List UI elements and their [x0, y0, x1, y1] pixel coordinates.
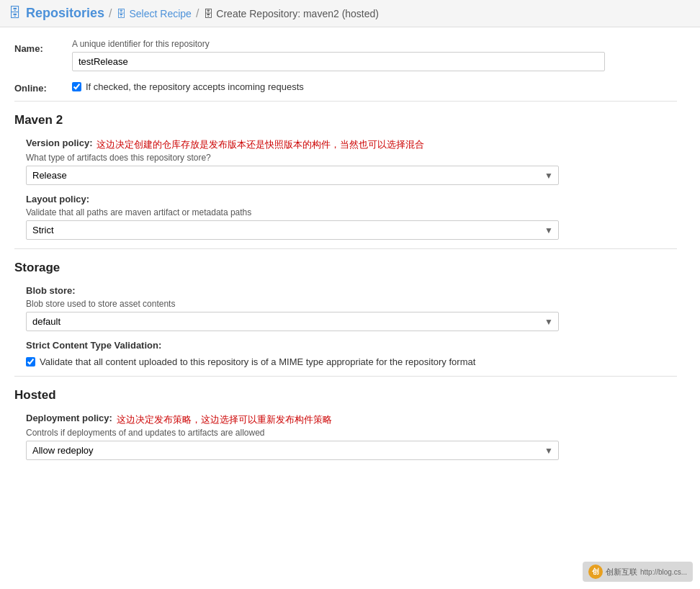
online-content: If checked, the repository accepts incom…	[72, 78, 677, 92]
strict-validation-hint: Validate that all content uploaded to th…	[40, 356, 475, 367]
online-checkbox[interactable]	[72, 82, 81, 91]
strict-validation-checkbox[interactable]	[26, 357, 35, 367]
deployment-policy-annotation: 这边决定发布策略，这边选择可以重新发布构件策略	[117, 413, 332, 426]
deployment-policy-block: Deployment policy: 这边决定发布策略，这边选择可以重新发布构件…	[26, 413, 677, 460]
divider-2	[14, 248, 677, 249]
repositories-title[interactable]: Repositories	[26, 6, 104, 21]
select-recipe-icon: 🗄	[116, 8, 126, 19]
online-row: Online: If checked, the repository accep…	[14, 78, 677, 94]
version-policy-label: Version policy:	[26, 138, 92, 148]
strict-validation-checkbox-row: Validate that all content uploaded to th…	[26, 354, 677, 367]
deployment-policy-label: Deployment policy:	[26, 413, 112, 423]
blob-store-label: Blob store:	[26, 285, 677, 296]
online-label: Online:	[14, 78, 72, 94]
name-row: Name: A unique identifier for this repos…	[14, 39, 677, 71]
deployment-policy-hint: Controls if deployments of and updates t…	[26, 428, 677, 438]
layout-policy-hint: Validate that all paths are maven artifa…	[26, 207, 677, 217]
version-policy-label-row: Version policy: 这边决定创建的仓库存放是发布版本还是快照版本的构…	[26, 138, 677, 151]
name-hint: A unique identifier for this repository	[72, 39, 677, 49]
layout-policy-select[interactable]: Strict Permissive	[26, 220, 559, 240]
select-recipe-link[interactable]: 🗄 Select Recipe	[116, 8, 191, 19]
version-policy-select-wrapper: Release Snapshot Mixed ▼	[26, 166, 559, 185]
blob-store-select-wrapper: default ▼	[26, 312, 559, 331]
blob-store-select[interactable]: default	[26, 312, 559, 331]
maven2-section-header: Maven 2	[14, 113, 677, 130]
name-input[interactable]	[72, 52, 605, 71]
sep1: /	[109, 7, 112, 20]
online-checkbox-row: If checked, the repository accepts incom…	[72, 78, 677, 92]
layout-policy-block: Layout policy: Validate that all paths a…	[26, 194, 677, 240]
online-hint: If checked, the repository accepts incom…	[86, 81, 304, 92]
deployment-policy-select[interactable]: Allow redeploy Disable redeploy Read-onl…	[26, 441, 559, 460]
hosted-section-header: Hosted	[14, 388, 677, 405]
create-repo-breadcrumb: 🗄 Create Repository: maven2 (hosted)	[203, 8, 379, 19]
create-repo-icon: 🗄	[203, 8, 213, 19]
blob-store-hint: Blob store used to store asset contents	[26, 299, 677, 309]
deployment-policy-select-wrapper: Allow redeploy Disable redeploy Read-onl…	[26, 441, 559, 460]
version-policy-select[interactable]: Release Snapshot Mixed	[26, 166, 559, 185]
strict-validation-block: Strict Content Type Validation: Validate…	[26, 340, 677, 367]
repositories-icon: 🗄	[9, 6, 22, 21]
divider-1	[14, 101, 677, 102]
deployment-policy-label-row: Deployment policy: 这边决定发布策略，这边选择可以重新发布构件…	[26, 413, 677, 426]
storage-section-header: Storage	[14, 261, 677, 278]
breadcrumb: 🗄 Repositories / 🗄 Select Recipe / 🗄 Cre…	[0, 0, 700, 27]
divider-3	[14, 376, 677, 377]
sep2: /	[196, 7, 199, 20]
layout-policy-label: Layout policy:	[26, 194, 677, 204]
version-policy-block: Version policy: 这边决定创建的仓库存放是发布版本还是快照版本的构…	[26, 138, 677, 185]
name-label: Name:	[14, 39, 72, 54]
name-content: A unique identifier for this repository	[72, 39, 677, 71]
main-content: Name: A unique identifier for this repos…	[0, 27, 691, 480]
version-policy-hint: What type of artifacts does this reposit…	[26, 153, 677, 163]
strict-validation-label: Strict Content Type Validation:	[26, 340, 677, 351]
blob-store-block: Blob store: Blob store used to store ass…	[26, 285, 677, 331]
layout-policy-select-wrapper: Strict Permissive ▼	[26, 220, 559, 240]
version-policy-annotation: 这边决定创建的仓库存放是发布版本还是快照版本的构件，当然也可以选择混合	[97, 138, 424, 151]
